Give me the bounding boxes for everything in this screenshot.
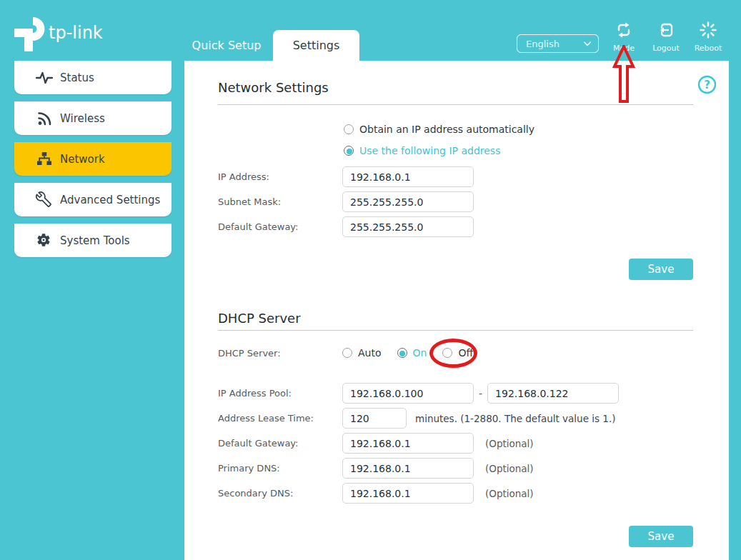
radio-circle[interactable]	[397, 348, 407, 358]
reboot-label: Reboot	[695, 44, 722, 53]
save-button-network[interactable]: Save	[629, 259, 693, 280]
sidebar-item-label: System Tools	[60, 234, 130, 247]
reboot-icon	[700, 21, 717, 39]
field-label: IP Address:	[218, 171, 342, 182]
wireless-icon	[36, 110, 53, 127]
section-title-network-settings: Network Settings	[218, 80, 329, 95]
field-row-default-gateway: Default Gateway:	[218, 216, 474, 237]
field-label: IP Address Pool:	[218, 388, 342, 399]
field-label: Primary DNS:	[218, 463, 342, 474]
optional-note: (Optional)	[485, 463, 534, 474]
field-row-subnet-mask: Subnet Mask:	[218, 191, 474, 212]
help-glyph: ?	[704, 79, 710, 91]
main-content: ? Network Settings Obtain an IP address …	[184, 61, 729, 560]
save-button-dhcp[interactable]: Save	[629, 526, 693, 547]
brand-wordmark: tp-link	[49, 23, 103, 43]
field-label: Address Lease Time:	[218, 413, 342, 424]
field-row-lease-time: Address Lease Time: minutes. (1-2880. Th…	[218, 408, 615, 429]
pulse-icon	[36, 69, 53, 86]
radio-label: On	[413, 347, 427, 359]
sidebar-item-label: Status	[60, 71, 94, 84]
wrench-icon	[36, 191, 53, 209]
field-label: DHCP Server:	[218, 348, 342, 359]
radio-obtain-ip-auto[interactable]: Obtain an IP address automatically	[344, 124, 534, 135]
help-icon[interactable]: ?	[697, 75, 717, 94]
reboot-button[interactable]: Reboot	[690, 21, 727, 53]
section-divider	[218, 104, 693, 105]
radio-label: Off	[458, 347, 473, 359]
logout-icon	[657, 21, 675, 39]
optional-note: (Optional)	[485, 488, 534, 499]
dhcp-gateway-input[interactable]	[342, 433, 474, 454]
pool-range-separator: -	[479, 388, 482, 399]
default-gateway-input[interactable]	[342, 216, 474, 237]
radio-dhcp-off[interactable]: Off	[442, 347, 473, 359]
field-row-secondary-dns: Secondary DNS: (Optional)	[218, 483, 534, 504]
radio-label: Auto	[358, 347, 382, 359]
sidebar-item-label: Wireless	[60, 112, 105, 125]
language-select[interactable]: English	[517, 34, 599, 53]
secondary-dns-input[interactable]	[342, 483, 474, 504]
mode-button[interactable]: Mode	[605, 21, 642, 53]
logout-label: Logout	[652, 44, 680, 53]
tp-link-logo: tp-link	[14, 14, 114, 54]
logout-button[interactable]: Logout	[647, 21, 685, 53]
field-row-ip-address-pool: IP Address Pool: -	[218, 383, 619, 404]
field-label: Default Gateway:	[218, 221, 342, 232]
mode-cycle-icon	[615, 21, 633, 39]
tab-settings[interactable]: Settings	[273, 30, 359, 61]
optional-note: (Optional)	[485, 438, 534, 449]
field-label: Subnet Mask:	[218, 196, 342, 207]
header: tp-link Quick Setup Settings English Mod…	[0, 0, 741, 61]
radio-dhcp-auto[interactable]: Auto	[342, 347, 382, 359]
pool-end-input[interactable]	[487, 383, 619, 404]
radio-circle[interactable]	[344, 146, 354, 156]
field-row-ip-address: IP Address:	[218, 166, 474, 187]
field-label: Default Gateway:	[218, 438, 342, 449]
primary-dns-input[interactable]	[342, 458, 474, 479]
radio-circle[interactable]	[344, 124, 354, 134]
pool-start-input[interactable]	[342, 383, 474, 404]
sidebar-item-advanced-settings[interactable]: Advanced Settings	[14, 183, 171, 216]
field-row-dhcp-gateway: Default Gateway: (Optional)	[218, 433, 534, 454]
lease-time-hint: minutes. (1-2880. The default value is 1…	[415, 413, 615, 424]
sidebar-item-wireless[interactable]: Wireless	[14, 101, 171, 135]
section-divider	[218, 330, 693, 331]
sidebar-item-network[interactable]: Network	[14, 142, 171, 176]
chevron-down-icon	[582, 39, 592, 49]
network-icon	[36, 151, 53, 168]
language-value: English	[526, 39, 582, 49]
section-title-dhcp-server: DHCP Server	[218, 311, 301, 326]
radio-circle[interactable]	[442, 348, 452, 358]
ip-address-input[interactable]	[342, 166, 474, 187]
lease-time-input[interactable]	[342, 408, 407, 429]
dhcp-mode-row: DHCP Server: Auto On Off	[218, 347, 489, 359]
sidebar-item-label: Advanced Settings	[60, 194, 160, 206]
field-row-primary-dns: Primary DNS: (Optional)	[218, 458, 534, 479]
sidebar-item-status[interactable]: Status	[14, 61, 171, 94]
sidebar-item-system-tools[interactable]: System Tools	[14, 224, 171, 257]
field-label: Secondary DNS:	[218, 488, 342, 499]
radio-circle[interactable]	[342, 348, 352, 358]
radio-dhcp-on[interactable]: On	[397, 347, 427, 359]
tab-quick-setup[interactable]: Quick Setup	[180, 30, 273, 61]
radio-label: Obtain an IP address automatically	[359, 124, 534, 135]
radio-label: Use the following IP address	[359, 145, 500, 156]
mode-label: Mode	[613, 44, 635, 53]
gear-icon	[36, 232, 53, 249]
sidebar-item-label: Network	[60, 153, 105, 166]
radio-use-following-ip[interactable]: Use the following IP address	[344, 145, 500, 156]
subnet-mask-input[interactable]	[342, 191, 474, 212]
